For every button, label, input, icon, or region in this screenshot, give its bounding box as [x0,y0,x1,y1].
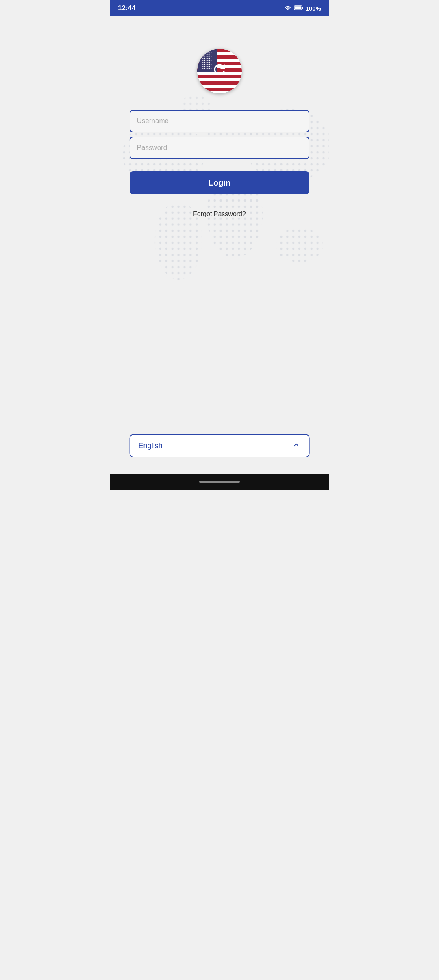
wifi-icon [284,4,292,12]
status-icons: 100% [284,4,321,12]
status-bar: 12:44 100% [110,0,329,16]
refresh-icon [211,61,228,81]
svg-rect-1 [302,7,303,9]
svg-rect-2 [295,6,301,9]
battery-icon [294,5,303,12]
status-time: 12:44 [118,4,135,12]
form-container [130,110,310,159]
password-input[interactable] [130,137,310,159]
forgot-password-link[interactable]: Forgot Password? [193,210,246,218]
app-logo: ★★★★★★★★★★★★★★★★★★★★★★★★★★★★★★★★★★★★★★★★… [197,49,242,93]
chevron-up-icon [291,440,300,451]
login-button[interactable]: Login [130,171,310,194]
content-wrapper: ★★★★★★★★★★★★★★★★★★★★★★★★★★★★★★★★★★★★★★★★… [110,16,329,218]
main-content: ★★★★★★★★★★★★★★★★★★★★★★★★★★★★★★★★★★★★★★★★… [110,16,329,474]
home-indicator [199,481,240,483]
language-selector[interactable]: English [130,434,310,457]
battery-percent: 100% [306,5,321,12]
language-label: English [139,442,163,450]
username-input[interactable] [130,110,310,132]
bottom-nav-bar [110,474,329,490]
svg-point-9 [276,228,323,262]
